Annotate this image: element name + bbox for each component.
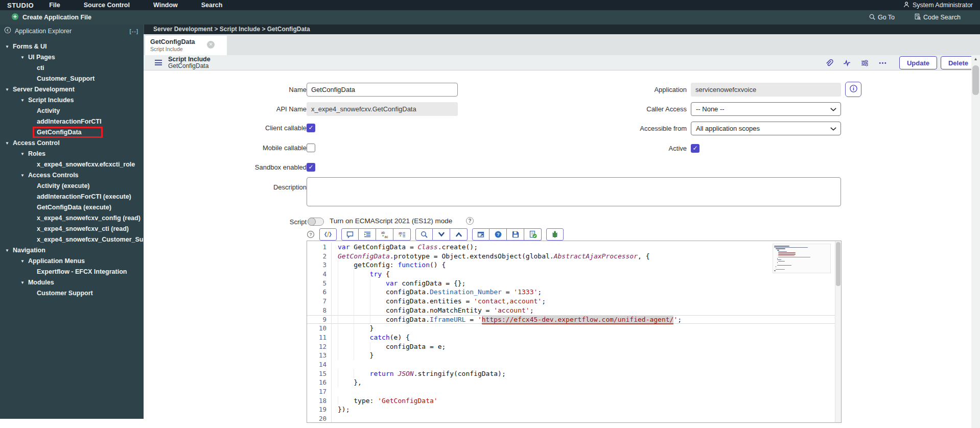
code-line[interactable]: 6configData.Destination_Number = '1333'; [307, 288, 835, 297]
attachment-icon[interactable] [825, 59, 833, 67]
tree-item[interactable]: Activity [0, 106, 144, 116]
tree-item[interactable]: ▼Access Controls [0, 170, 144, 181]
code-line[interactable]: 19}); [307, 405, 835, 414]
expand-caret-icon[interactable]: ▼ [20, 170, 25, 181]
code-line[interactable]: 4try { [307, 270, 835, 279]
form-context-menu-icon[interactable] [155, 60, 162, 66]
tree-item[interactable]: x_expe4_snowefcxv_config (read) [0, 213, 144, 224]
code-line[interactable]: 20 [307, 414, 835, 423]
application-info-button[interactable] [845, 82, 861, 97]
expand-caret-icon[interactable]: ▼ [5, 245, 9, 256]
editor-scrollbar[interactable] [835, 241, 841, 422]
expand-caret-icon[interactable]: ▼ [20, 277, 25, 288]
client-callable-checkbox[interactable]: ✓ [307, 124, 315, 132]
editor-scrollbar-thumb[interactable] [836, 242, 841, 286]
code-line[interactable]: 18type: 'GetConfigData' [307, 396, 835, 406]
editor-format-code-button[interactable] [319, 228, 337, 241]
editor-find-next-button[interactable] [433, 228, 450, 241]
code-line[interactable]: 15return JSON.stringify(configData); [307, 369, 835, 378]
code-line[interactable]: 13} [307, 351, 835, 360]
tree-item[interactable]: Expertflow - EFCX Integration [0, 267, 144, 277]
collapse-all-button[interactable]: [--] [130, 28, 138, 34]
expand-caret-icon[interactable]: ▼ [20, 95, 25, 106]
editor-help-icon[interactable]: ? [307, 230, 315, 239]
menu-window[interactable]: Window [153, 2, 178, 9]
scroll-up-icon[interactable]: ▲ [971, 55, 980, 63]
editor-format-lines-button[interactable] [359, 228, 376, 241]
update-button[interactable]: Update [899, 56, 937, 69]
code-line[interactable]: 9configData.IframeURL = 'https://efcx45-… [307, 315, 835, 324]
code-search-button[interactable]: Code Search [914, 13, 961, 22]
code-line[interactable]: 8configData.noMatchEntity = 'account'; [307, 306, 835, 315]
tree-item[interactable]: ▼Server Development [0, 84, 144, 95]
page-scrollbar[interactable]: ▲ [971, 55, 980, 428]
name-input[interactable] [307, 83, 458, 97]
user-menu[interactable]: System Administrator [903, 1, 973, 10]
code-line[interactable]: 7configData.entities = 'contact,account'… [307, 297, 835, 306]
editor-replace-button[interactable]: abac [376, 228, 393, 241]
code-line[interactable]: 10} [307, 324, 835, 333]
tree-item[interactable]: ▼Modules [0, 277, 144, 288]
expand-caret-icon[interactable]: ▼ [5, 84, 9, 95]
tree-item[interactable]: addInteractionForCTI [0, 116, 144, 127]
expand-caret-icon[interactable]: ▼ [20, 256, 25, 267]
tab-getconfigdata[interactable]: GetConfigData Script Include ✕ [145, 36, 227, 55]
menu-source-control[interactable]: Source Control [84, 2, 130, 9]
tree-item[interactable]: ▼Application Menus [0, 256, 144, 267]
tree-item[interactable]: x_expe4_snowefcxv_Customer_Support (r [0, 234, 144, 245]
tree-item[interactable]: x_expe4_snowefcxv_cti (read) [0, 224, 144, 234]
editor-help-reference-button[interactable]: ? [489, 228, 507, 241]
go-to-button[interactable]: Go To [869, 13, 895, 22]
tree-item[interactable]: GetConfigData [0, 127, 144, 138]
code-line[interactable]: 12configData = e; [307, 342, 835, 351]
expand-caret-icon[interactable]: ▼ [5, 138, 9, 149]
es12-help-icon[interactable]: ? [466, 217, 474, 225]
editor-syntax-check-button[interactable] [524, 228, 542, 241]
sandbox-enabled-checkbox[interactable]: ✓ [307, 163, 315, 172]
editor-debug-button[interactable] [546, 228, 564, 241]
tree-item[interactable]: ▼Forms & UI [0, 41, 144, 52]
description-textarea[interactable] [307, 177, 841, 206]
code-line[interactable]: 3getConfig: function() { [307, 260, 835, 270]
collapse-panel-icon[interactable] [0, 27, 15, 35]
more-options-icon[interactable] [878, 59, 887, 67]
code-line[interactable]: 2GetConfigData.prototype = Object.extend… [307, 252, 835, 261]
tree-item[interactable]: ▼Access Control [0, 138, 144, 149]
editor-search-button[interactable] [415, 228, 433, 241]
close-tab-icon[interactable]: ✕ [207, 41, 215, 49]
personalize-form-icon[interactable] [860, 59, 869, 67]
tree-item[interactable]: GetConfigData (execute) [0, 202, 144, 213]
code-line[interactable]: 11catch(e) { [307, 333, 835, 342]
delete-button[interactable]: Delete [941, 56, 976, 69]
code-line[interactable]: 5var configData = {}; [307, 279, 835, 288]
code-line[interactable]: 14 [307, 360, 835, 369]
tree-item[interactable]: Customer Support [0, 288, 144, 299]
page-scrollbar-thumb[interactable] [972, 65, 979, 95]
expand-caret-icon[interactable]: ▼ [20, 149, 25, 159]
create-application-file-button[interactable]: Create Application File [11, 13, 91, 22]
editor-replace-all-button[interactable]: ab [393, 228, 411, 241]
tree-item[interactable]: x_expe4_snowefcxv.efcxcti_role [0, 159, 144, 170]
tree-item[interactable]: cti [0, 63, 144, 74]
code-line[interactable]: 17 [307, 387, 835, 396]
editor-find-previous-button[interactable] [450, 228, 468, 241]
script-editor[interactable]: 1var GetConfigData = Class.create();2Get… [307, 241, 842, 423]
editor-comment-button[interactable] [341, 228, 359, 241]
expand-caret-icon[interactable]: ▼ [20, 52, 25, 63]
editor-save-button[interactable] [507, 228, 524, 241]
code-line[interactable]: 1var GetConfigData = Class.create(); [307, 243, 835, 252]
accessible-from-select[interactable]: All application scopes [691, 122, 841, 135]
es12-mode-toggle[interactable] [308, 218, 324, 226]
tree-item[interactable]: ▼UI Pages [0, 52, 144, 63]
tree-item[interactable]: Customer_Support [0, 74, 144, 84]
tree-item[interactable]: ▼Roles [0, 149, 144, 159]
tree-item[interactable]: Activity (execute) [0, 181, 144, 192]
menu-file[interactable]: File [49, 2, 60, 9]
mobile-callable-checkbox[interactable] [307, 144, 315, 152]
menu-search[interactable]: Search [201, 2, 223, 9]
tree-item[interactable]: ▼Script Includes [0, 95, 144, 106]
code-line[interactable]: 16}, [307, 378, 835, 387]
caller-access-select[interactable]: -- None -- [691, 102, 841, 116]
tree-item[interactable]: ▼Navigation [0, 245, 144, 256]
expand-caret-icon[interactable]: ▼ [5, 41, 9, 52]
